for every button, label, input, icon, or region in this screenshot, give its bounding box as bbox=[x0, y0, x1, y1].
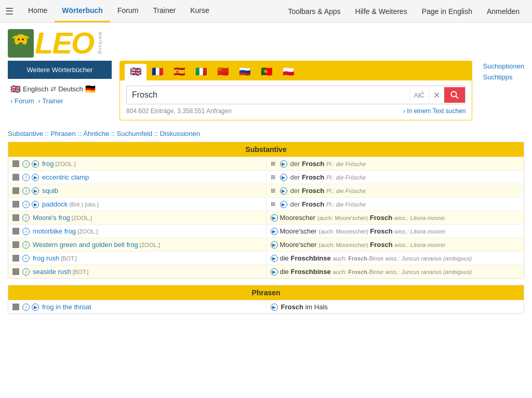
word-en[interactable]: seaside rush bbox=[33, 268, 71, 276]
flag-tab-it[interactable]: 🇮🇹 bbox=[190, 64, 212, 80]
search-icon bbox=[450, 91, 459, 99]
de-word[interactable]: Froschbinse bbox=[290, 254, 330, 262]
row-icons-right: ▶ bbox=[271, 304, 278, 311]
suchtipps-link[interactable]: Suchtipps bbox=[483, 72, 524, 83]
play-icon[interactable]: ▶ bbox=[32, 160, 39, 168]
play-icon[interactable]: ▶ bbox=[271, 255, 278, 262]
play-icon[interactable]: ▶ bbox=[32, 187, 39, 195]
row-icons-left: i ▶ bbox=[12, 174, 39, 181]
play-icon[interactable]: ▶ bbox=[271, 268, 278, 276]
word-de: Frosch im Hals bbox=[281, 303, 328, 311]
save-icon[interactable] bbox=[12, 214, 19, 221]
play-icon[interactable]: ▶ bbox=[32, 174, 39, 181]
nav-item-anmelden[interactable]: Anmelden bbox=[480, 1, 527, 22]
de-word[interactable]: Frosch bbox=[370, 241, 392, 249]
breadcrumb-aehnliche[interactable]: Ähnliche bbox=[83, 130, 109, 138]
info-icon[interactable]: i bbox=[22, 174, 30, 181]
forum-link[interactable]: › Forum bbox=[10, 97, 34, 105]
row-icons-left: i bbox=[12, 268, 30, 276]
info-icon[interactable]: i bbox=[22, 214, 30, 222]
de-word[interactable]: Frosch bbox=[281, 303, 303, 311]
de-word[interactable]: Frosch bbox=[302, 160, 324, 168]
search-box-wrapper: AłČ ✕ 804.602 Einträge, 3.358.551 Anfrag… bbox=[119, 80, 472, 120]
trainer-link[interactable]: › Trainer bbox=[38, 97, 63, 105]
info-icon[interactable]: i bbox=[22, 187, 30, 195]
de-word[interactable]: Frosch bbox=[302, 200, 324, 208]
nav-item-woerterbuch[interactable]: Wörterbuch bbox=[55, 0, 110, 22]
flag-tab-pl[interactable]: 🇵🇱 bbox=[277, 64, 299, 80]
save-icon[interactable] bbox=[12, 304, 19, 310]
word-en[interactable]: paddock bbox=[42, 200, 68, 208]
de-word[interactable]: Froschbinse bbox=[290, 268, 330, 276]
cell-de: ▶ die Froschbinse auch: Frosch-Binse wis… bbox=[267, 252, 524, 265]
word-en[interactable]: eccentric clamp bbox=[42, 173, 89, 181]
flag-tab-en[interactable]: 🇬🇧 bbox=[125, 64, 147, 80]
de-word[interactable]: Frosch bbox=[302, 187, 324, 195]
info-icon[interactable]: i bbox=[22, 228, 30, 235]
word-en[interactable]: squib bbox=[42, 187, 58, 195]
nav-item-english[interactable]: Page in English bbox=[415, 1, 480, 22]
clear-search-button[interactable]: ✕ bbox=[429, 87, 444, 103]
weitere-woerterbuecher-button[interactable]: Weitere Wörterbücher bbox=[8, 61, 112, 79]
play-icon[interactable]: ▶ bbox=[271, 214, 278, 222]
info-icon[interactable]: i bbox=[22, 201, 30, 208]
flag-tab-es[interactable]: 🇪🇸 bbox=[168, 64, 190, 80]
save-icon[interactable] bbox=[12, 174, 19, 181]
flag-tab-fr[interactable]: 🇫🇷 bbox=[147, 64, 168, 80]
save-icon[interactable] bbox=[12, 241, 19, 248]
search-and-options: 🇬🇧 🇫🇷 🇪🇸 🇮🇹 🇨🇳 🇷🇺 🇵🇹 🇵🇱 AłČ ✕ bbox=[119, 61, 524, 120]
hamburger-menu-icon[interactable]: ☰ bbox=[5, 6, 14, 17]
save-icon[interactable] bbox=[12, 228, 19, 235]
search-submit-button[interactable] bbox=[444, 87, 465, 103]
info-icon[interactable]: i bbox=[22, 304, 30, 311]
nav-item-hilfe[interactable]: Hilfe & Weiteres bbox=[348, 1, 415, 22]
flag-tab-pt[interactable]: 🇵🇹 bbox=[256, 64, 277, 80]
info-icon[interactable]: i bbox=[22, 268, 30, 276]
play-icon[interactable]: ▶ bbox=[32, 201, 39, 208]
play-icon[interactable]: ▶ bbox=[280, 201, 287, 208]
word-en[interactable]: motorbike frog bbox=[33, 227, 76, 235]
info-icon[interactable]: i bbox=[22, 241, 30, 249]
nav-item-home[interactable]: Home bbox=[21, 0, 55, 22]
suchoptionen-link[interactable]: Suchoptionen bbox=[483, 61, 524, 72]
search-input[interactable] bbox=[127, 86, 409, 104]
info-icon[interactable]: i bbox=[22, 255, 30, 262]
play-icon[interactable]: ▶ bbox=[271, 241, 278, 249]
atc-toggle[interactable]: AłČ bbox=[409, 88, 429, 102]
flag-tab-ru[interactable]: 🇷🇺 bbox=[234, 64, 256, 80]
de-word[interactable]: Frosch bbox=[370, 214, 392, 222]
save-icon[interactable] bbox=[12, 268, 19, 275]
play-icon[interactable]: ▶ bbox=[32, 304, 39, 311]
logo-text: LEO bbox=[35, 28, 94, 58]
breadcrumb-substantive[interactable]: Substantive bbox=[8, 130, 43, 138]
play-icon[interactable]: ▶ bbox=[280, 160, 287, 168]
cell-en: i frog rush [BOT.] bbox=[8, 252, 267, 265]
nav-item-forum[interactable]: Forum bbox=[110, 0, 145, 22]
breadcrumb-phrasen[interactable]: Phrasen bbox=[50, 130, 75, 138]
word-en[interactable]: frog bbox=[42, 160, 54, 168]
save-icon[interactable] bbox=[12, 160, 19, 167]
word-en[interactable]: frog in the throat bbox=[42, 303, 91, 311]
in-text-search-link[interactable]: › In einem Text suchen bbox=[403, 107, 466, 115]
flag-tab-cn[interactable]: 🇨🇳 bbox=[212, 64, 234, 80]
word-en[interactable]: Western green and golden bell frog bbox=[33, 241, 138, 249]
word-en[interactable]: Moore's frog bbox=[33, 214, 70, 222]
nav-item-toolbars[interactable]: Toolbars & Apps bbox=[281, 1, 348, 22]
word-en[interactable]: frog rush bbox=[33, 254, 59, 262]
nav-item-kurse[interactable]: Kurse bbox=[183, 0, 217, 22]
save-icon[interactable] bbox=[12, 201, 19, 208]
nav-item-trainer[interactable]: Trainer bbox=[145, 0, 183, 22]
lang-swap-icon[interactable]: ⇄ bbox=[50, 85, 56, 93]
save-icon[interactable] bbox=[12, 255, 19, 262]
breadcrumb-suchumfeld[interactable]: Suchumfeld bbox=[117, 130, 153, 138]
play-icon[interactable]: ▶ bbox=[271, 228, 278, 235]
de-word[interactable]: Frosch bbox=[302, 173, 324, 181]
play-icon[interactable]: ▶ bbox=[280, 187, 287, 195]
play-icon[interactable]: ▶ bbox=[280, 174, 287, 181]
de-word[interactable]: Frosch bbox=[370, 227, 392, 235]
info-icon[interactable]: i bbox=[22, 160, 30, 168]
play-icon[interactable]: ▶ bbox=[271, 304, 278, 311]
breadcrumb-diskussionen[interactable]: Diskussionen bbox=[160, 130, 200, 138]
save-icon[interactable] bbox=[12, 187, 19, 194]
svg-line-6 bbox=[456, 97, 459, 99]
